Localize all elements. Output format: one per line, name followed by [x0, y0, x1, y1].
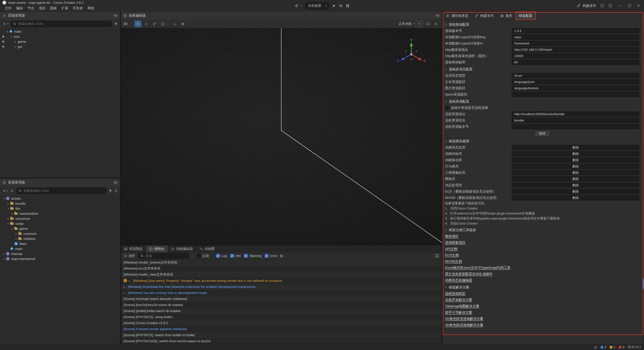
- input-texture-path[interactable]: language/texture: [512, 85, 639, 91]
- console-log-row[interactable]: [Scene] Cocos Creator v3.8.2: [121, 320, 442, 326]
- chevron-down-icon[interactable]: ▾: [301, 5, 302, 7]
- chevron-right-icon[interactable]: ▸: [2, 257, 6, 260]
- console-log-row[interactable]: [Window] ecs文件夹存在: [121, 266, 442, 272]
- menu-item[interactable]: 项目: [36, 6, 48, 11]
- tree-item-seedrandom[interactable]: ▸seedrandom: [0, 211, 120, 216]
- console-log-row[interactable]: [Window] model_view文件夹存在: [121, 272, 442, 278]
- section-header-game-res[interactable]: ∨游戏资源配置: [445, 98, 639, 105]
- scrollbar-thumb[interactable]: [642, 279, 644, 289]
- input-crypto-iv[interactable]: framework: [512, 41, 639, 46]
- link-excel-tool[interactable]: Excel格式转Json文件与TypeScript代码工具: [445, 266, 510, 270]
- maximize-button[interactable]: [627, 4, 631, 8]
- input-remote-version[interactable]: [512, 124, 639, 129]
- scale-tool-button[interactable]: [151, 21, 158, 27]
- mode-3d-toggle[interactable]: 3D: [123, 22, 130, 26]
- move-tool-button[interactable]: [134, 21, 141, 27]
- delete-button-ecs[interactable]: 删除: [569, 189, 582, 194]
- console-log-row[interactable]: [Window] render_texture文件夹存在: [121, 259, 442, 266]
- tab-build[interactable]: 构建发布: [472, 12, 497, 20]
- link-template[interactable]: 游戏模板项目: [445, 240, 465, 245]
- console-log-row[interactable]: [Scene] [box2d]:box2d wasm lib loaded.: [121, 302, 442, 308]
- step-button[interactable]: [339, 4, 343, 8]
- tree-item-resources[interactable]: ▸resources: [0, 216, 120, 221]
- regex-toggle[interactable]: 正则: [197, 254, 209, 258]
- input-json-path[interactable]: language/json: [512, 79, 639, 84]
- tree-item-game[interactable]: ▾game: [0, 226, 120, 231]
- input-languages[interactable]: zh,en: [512, 73, 639, 78]
- console-log-row[interactable]: [Scene] meshopt wasm decoder initialized: [121, 296, 442, 302]
- tab-framework-config[interactable]: 框架配置: [516, 12, 536, 20]
- delete-button-effect[interactable]: 删除: [569, 152, 582, 156]
- input-remote-url[interactable]: http://localhost:8083/assets/bundle: [512, 111, 639, 117]
- info-count[interactable]: 3: [600, 345, 606, 349]
- chevron-right-icon[interactable]: ▸: [14, 232, 18, 235]
- tree-item-bundle[interactable]: ▸bundle: [0, 201, 120, 206]
- filter-warning[interactable]: ✓Warning: [244, 254, 261, 258]
- section-header-modules[interactable]: ∨框架模块裁剪: [445, 138, 639, 144]
- menu-item[interactable]: 帮助: [85, 6, 97, 11]
- assets-search-input[interactable]: 搜索名称或 UUID: [16, 188, 107, 194]
- tree-item-initialize[interactable]: ▸initialize: [0, 236, 120, 241]
- console-log-row[interactable]: ▸[Window] You are running Vue in develop…: [121, 290, 442, 296]
- link-rpg-3d[interactable]: 3D角色扮演游戏解决方案: [445, 323, 483, 327]
- help-icon[interactable]: ?: [608, 4, 612, 8]
- tree-item-common[interactable]: ▸common: [0, 231, 120, 236]
- coordinate-toggle-button[interactable]: [179, 21, 186, 27]
- tree-item-internal[interactable]: ▸internal: [0, 251, 120, 256]
- tree-item-gui[interactable]: ▸gui: [0, 44, 120, 49]
- filter-icon[interactable]: [109, 189, 112, 193]
- console-log-row[interactable]: [Scene] [PHYSICS]: switch from builtin t…: [121, 332, 442, 338]
- input-http-server[interactable]: http://192.168.0.150/main/: [512, 47, 639, 52]
- menu-item[interactable]: 节点: [25, 6, 36, 11]
- minimize-button[interactable]: [618, 4, 622, 8]
- rect-tool-button[interactable]: [159, 21, 166, 27]
- chevron-right-icon[interactable]: ▸: [2, 252, 6, 255]
- chevron-right-icon[interactable]: ▸: [6, 217, 10, 220]
- tree-item-root[interactable]: ▾root: [0, 34, 120, 39]
- rotate-tool-button[interactable]: [143, 21, 150, 27]
- preview-window-icon[interactable]: [600, 4, 604, 8]
- console-log-row[interactable]: [Scene] [PHYSICS2D]: switch from box2d-w…: [121, 338, 442, 344]
- tab-animation-graph[interactable]: 动画图: [196, 245, 218, 252]
- menu-item[interactable]: 面板: [48, 6, 59, 11]
- save-button[interactable]: 保存: [535, 130, 550, 137]
- clear-console-button[interactable]: 清空: [124, 254, 135, 258]
- console-log-row[interactable]: ▸[Window] Download the Vue Devtools exte…: [121, 284, 442, 290]
- menu-item[interactable]: 开发者: [70, 6, 85, 11]
- delete-button-behavior-tree[interactable]: 删除: [569, 164, 582, 169]
- chevron-down-icon[interactable]: ▾: [2, 197, 6, 200]
- axis-gizmo[interactable]: Y X Z: [396, 39, 429, 69]
- chevron-right-icon[interactable]: ▸: [6, 202, 10, 205]
- panel-menu-icon[interactable]: [436, 14, 439, 17]
- input-fps[interactable]: 60: [512, 60, 639, 65]
- close-button[interactable]: ×: [636, 4, 640, 8]
- regex-checkbox[interactable]: [197, 254, 201, 258]
- tab-animation-editor[interactable]: 动画编辑器: [168, 245, 196, 252]
- chevron-down-icon[interactable]: ▾: [5, 30, 9, 33]
- console-log-row[interactable]: !▸[Window] [Vue warn]: Property "onInput…: [121, 278, 442, 284]
- tree-item-game[interactable]: ▸game: [0, 39, 120, 44]
- checkbox-warning[interactable]: ✓: [244, 254, 248, 258]
- scene-selector[interactable]: 当前场景 ▾: [305, 2, 330, 9]
- expand-caret-icon[interactable]: ▸: [124, 291, 126, 294]
- link-war-chess[interactable]: 战棋游戏框架: [445, 291, 465, 296]
- delete-button-mvvm[interactable]: 删除: [569, 196, 582, 200]
- create-node-button[interactable]: ＋▾: [2, 21, 8, 27]
- link-api-doc[interactable]: API文档: [445, 247, 457, 251]
- checkbox-error[interactable]: ✓: [265, 254, 268, 258]
- filter-info[interactable]: ✓Info: [230, 254, 241, 258]
- section-header-docs[interactable]: ∨框架文档工具链接: [445, 227, 639, 233]
- menu-item[interactable]: 编辑: [14, 6, 25, 11]
- link-tiledmap[interactable]: Tiledmap地图解决方案: [445, 304, 479, 309]
- build-publish-button[interactable]: 构建发布: [577, 4, 596, 8]
- tree-item-script[interactable]: ▾script: [0, 221, 120, 226]
- chevron-right-icon[interactable]: ▸: [10, 212, 14, 215]
- console-search-input[interactable]: 搜索: [138, 253, 190, 259]
- link-animator-editor[interactable]: 动画状态机编辑器: [445, 278, 472, 283]
- create-asset-button[interactable]: ＋▾: [2, 188, 8, 194]
- remote-load-checkbox[interactable]: [445, 106, 449, 110]
- filter-log[interactable]: ✓Log: [216, 254, 227, 258]
- delete-button-camera[interactable]: 删除: [569, 170, 582, 175]
- warning-count[interactable]: 1: [610, 345, 615, 349]
- console-log-row[interactable]: [Scene] [PHYSICS]: using builtin.: [121, 314, 442, 320]
